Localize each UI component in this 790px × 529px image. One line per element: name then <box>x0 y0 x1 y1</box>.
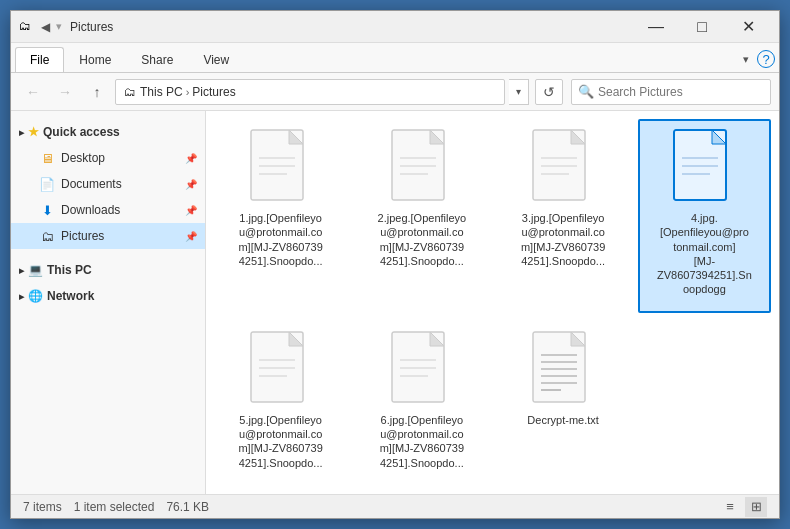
network-icon: 🌐 <box>28 289 43 303</box>
status-selection: 1 item selected <box>74 500 155 514</box>
sidebar-downloads-label: Downloads <box>61 203 120 217</box>
ribbon-collapse-btn[interactable]: ▾ <box>737 51 755 68</box>
sidebar-item-downloads[interactable]: ⬇ Downloads 📌 <box>11 197 205 223</box>
sidebar: ▸ ★ Quick access 🖥 Desktop 📌 📄 Documents… <box>11 111 206 494</box>
sidebar-desktop-label: Desktop <box>61 151 105 165</box>
address-path[interactable]: 🗂 This PC › Pictures <box>115 79 505 105</box>
view-controls: ≡ ⊞ <box>719 497 767 517</box>
icons-view-button[interactable]: ⊞ <box>745 497 767 517</box>
title-bar: 🗂 ◀ ▾ Pictures — □ ✕ <box>11 11 779 43</box>
file-icon <box>249 330 313 408</box>
pin-desktop-icon: 📌 <box>185 153 197 164</box>
tab-home[interactable]: Home <box>64 47 126 72</box>
file-name: 3.jpg.[Openfileyou@protonmail.com][MJ-ZV… <box>521 211 605 268</box>
file-name: Decrypt-me.txt <box>527 413 599 427</box>
network-label: Network <box>47 289 94 303</box>
status-size: 76.1 KB <box>166 500 209 514</box>
window-title: Pictures <box>70 20 633 34</box>
tab-view[interactable]: View <box>188 47 244 72</box>
file-name: 6.jpg.[Openfileyou@protonmail.com][MJ-ZV… <box>380 413 464 470</box>
list-item[interactable]: 1.jpg.[Openfileyou@protonmail.com][MJ-ZV… <box>214 119 347 313</box>
file-icon <box>672 128 736 206</box>
thispc-chevron-icon: ▸ <box>19 265 24 276</box>
sidebar-item-documents[interactable]: 📄 Documents 📌 <box>11 171 205 197</box>
address-dropdown-btn[interactable]: ▾ <box>509 79 529 105</box>
search-icon: 🔍 <box>578 84 594 99</box>
file-name: 2.jpeg.[Openfileyou@protonmail.com][MJ-Z… <box>378 211 467 268</box>
file-name: 5.jpg.[Openfileyou@protonmail.com][MJ-ZV… <box>238 413 322 470</box>
file-icon <box>390 128 454 206</box>
chevron-icon: ▸ <box>19 127 24 138</box>
pin-documents-icon: 📌 <box>185 179 197 190</box>
desktop-icon: 🖥 <box>39 150 55 166</box>
ribbon-tabs: File Home Share View ▾ ? <box>11 43 779 73</box>
file-icon-wrapper <box>241 127 321 207</box>
sidebar-quickaccess-header[interactable]: ▸ ★ Quick access <box>11 119 205 145</box>
close-button[interactable]: ✕ <box>725 11 771 43</box>
icon-star: ★ <box>28 125 39 139</box>
file-icon-wrapper <box>241 329 321 409</box>
status-bar: 7 items 1 item selected 76.1 KB ≡ ⊞ <box>11 494 779 518</box>
list-view-button[interactable]: ≡ <box>719 497 741 517</box>
forward-button[interactable]: → <box>51 78 79 106</box>
explorer-window: 🗂 ◀ ▾ Pictures — □ ✕ File Home Share Vie… <box>10 10 780 519</box>
pictures-icon: 🗂 <box>39 228 55 244</box>
back-button[interactable]: ← <box>19 78 47 106</box>
tab-share[interactable]: Share <box>126 47 188 72</box>
sidebar-network-header[interactable]: ▸ 🌐 Network <box>11 283 205 309</box>
list-item[interactable]: 3.jpg.[Openfileyou@protonmail.com][MJ-ZV… <box>497 119 630 313</box>
breadcrumb-thispc[interactable]: This PC <box>140 85 183 99</box>
network-chevron-icon: ▸ <box>19 291 24 302</box>
sidebar-item-pictures[interactable]: 🗂 Pictures 📌 <box>11 223 205 249</box>
help-button[interactable]: ? <box>757 50 775 68</box>
search-input[interactable] <box>598 85 764 99</box>
up-button[interactable]: ↑ <box>83 78 111 106</box>
file-name: 1.jpg.[Openfileyou@protonmail.com][MJ-ZV… <box>238 211 322 268</box>
file-icon <box>249 128 313 206</box>
breadcrumb-sep1: › <box>186 86 190 98</box>
thispc-label: This PC <box>47 263 92 277</box>
address-icon: 🗂 <box>124 85 136 99</box>
minimize-button[interactable]: — <box>633 11 679 43</box>
file-icon-wrapper <box>523 127 603 207</box>
list-item[interactable]: 5.jpg.[Openfileyou@protonmail.com][MJ-ZV… <box>214 321 347 486</box>
tab-file[interactable]: File <box>15 47 64 72</box>
sidebar-thispc-header[interactable]: ▸ 💻 This PC <box>11 257 205 283</box>
file-icon-wrapper <box>664 127 744 207</box>
downloads-icon: ⬇ <box>39 202 55 218</box>
window-icon: 🗂 <box>19 19 35 35</box>
window-controls: — □ ✕ <box>633 11 771 43</box>
list-item[interactable]: 6.jpg.[Openfileyou@protonmail.com][MJ-ZV… <box>355 321 488 486</box>
list-item[interactable]: 2.jpeg.[Openfileyou@protonmail.com][MJ-Z… <box>355 119 488 313</box>
maximize-button[interactable]: □ <box>679 11 725 43</box>
documents-icon: 📄 <box>39 176 55 192</box>
address-bar: ← → ↑ 🗂 This PC › Pictures ▾ ↺ 🔍 <box>11 73 779 111</box>
sidebar-item-desktop[interactable]: 🖥 Desktop 📌 <box>11 145 205 171</box>
search-box[interactable]: 🔍 <box>571 79 771 105</box>
file-icon <box>531 330 595 408</box>
pin-downloads-icon: 📌 <box>185 205 197 216</box>
quickaccess-label: Quick access <box>43 125 120 139</box>
sidebar-documents-label: Documents <box>61 177 122 191</box>
file-icon-wrapper <box>382 127 462 207</box>
status-count: 7 items <box>23 500 62 514</box>
file-icon <box>390 330 454 408</box>
thispc-icon: 💻 <box>28 263 43 277</box>
file-grid: 1.jpg.[Openfileyou@protonmail.com][MJ-ZV… <box>214 119 771 486</box>
pin-pictures-icon: 📌 <box>185 231 197 242</box>
file-icon <box>531 128 595 206</box>
sidebar-pictures-label: Pictures <box>61 229 104 243</box>
refresh-button[interactable]: ↺ <box>535 79 563 105</box>
file-icon-wrapper <box>523 329 603 409</box>
main-content: ▸ ★ Quick access 🖥 Desktop 📌 📄 Documents… <box>11 111 779 494</box>
list-item[interactable]: Decrypt-me.txt <box>497 321 630 486</box>
titlebar-back-icon[interactable]: ◀ <box>41 20 50 34</box>
file-area: 1.jpg.[Openfileyou@protonmail.com][MJ-ZV… <box>206 111 779 494</box>
list-item[interactable]: 4.jpg.[Openfileyou@protonmail.com][MJ-ZV… <box>638 119 771 313</box>
breadcrumb-pictures[interactable]: Pictures <box>192 85 235 99</box>
file-icon-wrapper <box>382 329 462 409</box>
file-name: 4.jpg.[Openfileyou@protonmail.com][MJ-ZV… <box>657 211 752 297</box>
